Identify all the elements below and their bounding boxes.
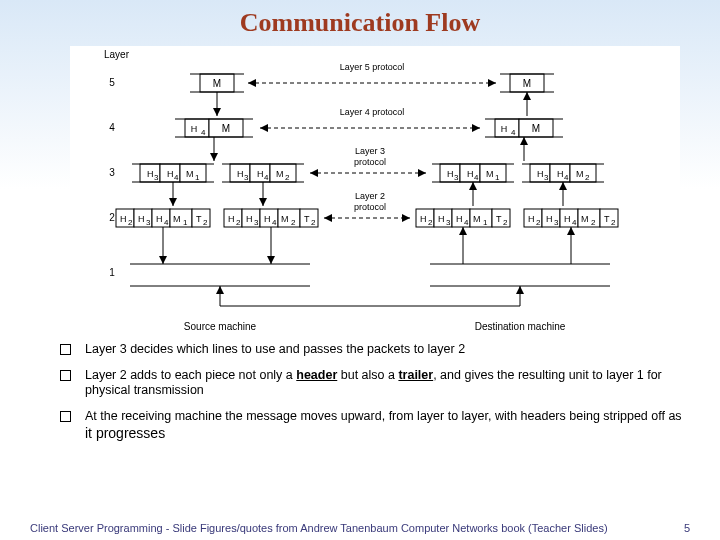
svg-text:3: 3 (454, 173, 459, 182)
svg-marker-14 (488, 79, 496, 87)
svg-marker-90 (418, 169, 426, 177)
layer-3-label: 3 (109, 167, 115, 178)
svg-marker-23 (210, 153, 218, 161)
svg-text:2: 2 (285, 173, 290, 182)
svg-text:H: H (467, 169, 474, 179)
svg-text:2: 2 (291, 218, 296, 227)
slide-title: Communication Flow (0, 0, 720, 42)
svg-text:2: 2 (585, 173, 590, 182)
svg-marker-61 (259, 198, 267, 206)
svg-marker-34 (260, 124, 268, 132)
svg-text:H: H (156, 214, 163, 224)
svg-text:2: 2 (611, 218, 616, 227)
layer-5-label: 5 (109, 77, 115, 88)
svg-marker-89 (310, 169, 318, 177)
svg-text:T: T (304, 214, 310, 224)
svg-text:M: M (186, 169, 194, 179)
svg-text:M: M (222, 123, 230, 134)
svg-text:M: M (173, 214, 181, 224)
svg-text:H: H (237, 169, 244, 179)
svg-text:protocol: protocol (354, 202, 386, 212)
svg-text:H: H (264, 214, 271, 224)
svg-text:H: H (147, 169, 154, 179)
svg-text:3: 3 (446, 218, 451, 227)
svg-marker-48 (169, 198, 177, 206)
svg-text:4: 4 (564, 173, 569, 182)
svg-text:H: H (138, 214, 145, 224)
svg-text:H: H (557, 169, 564, 179)
page-number: 5 (684, 522, 690, 534)
svg-text:T: T (604, 214, 610, 224)
svg-text:2: 2 (536, 218, 541, 227)
svg-marker-11 (523, 92, 531, 100)
svg-marker-13 (248, 79, 256, 87)
svg-marker-170 (216, 286, 224, 294)
row-5-left: M (190, 74, 244, 116)
svg-text:H: H (167, 169, 174, 179)
svg-text:1: 1 (183, 218, 188, 227)
svg-text:H: H (120, 214, 127, 224)
row-3-left-a: H3 H4 M1 (132, 164, 214, 206)
svg-marker-162 (324, 214, 332, 222)
svg-marker-74 (469, 182, 477, 190)
svg-text:M: M (486, 169, 494, 179)
svg-marker-171 (516, 286, 524, 294)
l5-protocol-label: Layer 5 protocol (340, 62, 405, 72)
footer-text: Client Server Programming - Slide Figure… (30, 522, 608, 534)
svg-text:4: 4 (511, 128, 516, 137)
svg-text:M: M (523, 78, 531, 89)
layer-col-header: Layer (104, 49, 130, 60)
svg-text:M: M (576, 169, 584, 179)
layer-2-label: 2 (109, 212, 115, 223)
svg-marker-87 (559, 182, 567, 190)
svg-text:T: T (496, 214, 502, 224)
bullet-square-icon (60, 370, 71, 381)
row-2-left-b: H2 H3 H4 M2 T2 (224, 209, 318, 264)
svg-text:3: 3 (244, 173, 249, 182)
svg-text:1: 1 (495, 173, 500, 182)
layer-1-label: 1 (109, 267, 115, 278)
row-2-right-b: H2 H3 H4 M2 T2 (524, 209, 618, 264)
svg-text:3: 3 (154, 173, 159, 182)
svg-text:H: H (528, 214, 535, 224)
svg-text:M: M (532, 123, 540, 134)
svg-text:1: 1 (483, 218, 488, 227)
svg-text:2: 2 (311, 218, 316, 227)
bullet-list: Layer 3 decides which lines to use and p… (60, 342, 690, 442)
svg-text:1: 1 (195, 173, 200, 182)
svg-text:2: 2 (128, 218, 133, 227)
svg-text:2: 2 (236, 218, 241, 227)
svg-text:3: 3 (544, 173, 549, 182)
svg-text:4: 4 (164, 218, 169, 227)
svg-text:4: 4 (474, 173, 479, 182)
svg-text:M: M (281, 214, 289, 224)
svg-marker-160 (567, 227, 575, 235)
row-3-right-b: H3 H4 M2 (522, 164, 604, 206)
svg-text:H: H (228, 214, 235, 224)
bullet-1: Layer 3 decides which lines to use and p… (60, 342, 690, 358)
svg-text:H: H (246, 214, 253, 224)
bullet-2: Layer 2 adds to each piece not only a he… (60, 368, 690, 399)
svg-text:3: 3 (554, 218, 559, 227)
bullet-3: At the receiving machine the message mov… (60, 409, 690, 442)
svg-text:M: M (276, 169, 284, 179)
svg-marker-109 (159, 256, 167, 264)
svg-text:4: 4 (464, 218, 469, 227)
svg-marker-32 (520, 137, 528, 145)
bullet-square-icon (60, 411, 71, 422)
svg-text:protocol: protocol (354, 157, 386, 167)
svg-text:3: 3 (254, 218, 259, 227)
row-3-right-a: H3 H4 M1 (432, 164, 514, 206)
svg-text:H: H (537, 169, 544, 179)
svg-text:M: M (473, 214, 481, 224)
svg-text:2: 2 (203, 218, 208, 227)
svg-text:H: H (447, 169, 454, 179)
svg-marker-35 (472, 124, 480, 132)
svg-text:H: H (564, 214, 571, 224)
svg-text:Layer 3: Layer 3 (355, 146, 385, 156)
svg-text:4: 4 (264, 173, 269, 182)
row-4-right: H 4 M (485, 119, 563, 161)
row-2-right-a: H2 H3 H4 M1 T2 (416, 209, 510, 264)
svg-text:M: M (213, 78, 221, 89)
svg-text:3: 3 (146, 218, 151, 227)
